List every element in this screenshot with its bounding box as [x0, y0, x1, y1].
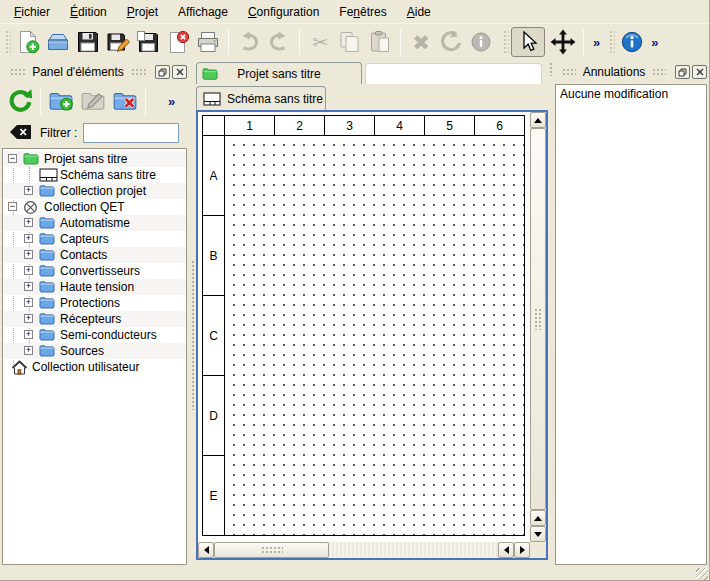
tree-item-projet-sans-titre[interactable]: −Projet sans titre [3, 151, 186, 167]
tree-item-haute-tension[interactable]: +Haute tension [3, 279, 186, 295]
horizontal-scrollbar-thumb[interactable] [214, 542, 329, 558]
tree-item-label: Automatisme [60, 215, 130, 231]
print-button[interactable] [193, 27, 223, 57]
dock-close-button[interactable] [692, 65, 707, 79]
undo-dock-titlebar[interactable]: Annulations [552, 62, 710, 82]
scroll-left-button-2[interactable] [498, 542, 514, 558]
toolbar-overflow-button[interactable]: » [589, 35, 604, 50]
scroll-down-button[interactable] [530, 526, 546, 542]
toolbar-drag-handle[interactable] [4, 29, 11, 55]
rotate-button[interactable] [436, 27, 466, 57]
clear-filter-button[interactable] [8, 124, 32, 142]
expand-expander[interactable]: + [24, 186, 33, 195]
filter-input[interactable] [83, 123, 179, 143]
menu-fichier[interactable]: Fichier [4, 2, 60, 22]
scroll-up-button[interactable] [530, 112, 546, 128]
expand-expander[interactable]: + [24, 282, 33, 291]
toolbar-overflow-button[interactable]: » [647, 35, 662, 50]
project-tabbar: Projet sans titre [196, 60, 548, 84]
dock-float-button[interactable] [155, 65, 170, 79]
save-all-icon [136, 30, 160, 54]
elements-panel-titlebar[interactable]: Panel d'éléments [0, 62, 190, 82]
move-tool-button[interactable] [548, 27, 578, 57]
expand-expander[interactable]: + [24, 218, 33, 227]
tree-item-protections[interactable]: +Protections [3, 295, 186, 311]
tree-item-collection-projet[interactable]: +Collection projet [3, 183, 186, 199]
scrollbar-corner [530, 542, 546, 558]
tree-item-collection-qet[interactable]: −Collection QET [3, 199, 186, 215]
vertical-scrollbar-thumb[interactable] [530, 128, 546, 510]
undo-button[interactable] [234, 27, 264, 57]
tree-item-recepteurs[interactable]: +Récepteurs [3, 311, 186, 327]
element-info-button[interactable] [466, 27, 496, 57]
tree-item-collection-utilisateur[interactable]: Collection utilisateur [3, 359, 186, 375]
tree-item-semi-conducteurs[interactable]: +Semi-conducteurs [3, 327, 186, 343]
tree-item-contacts[interactable]: +Contacts [3, 247, 186, 263]
resize-grip-icon[interactable] [696, 568, 708, 580]
cut-button[interactable]: ✂ [305, 27, 335, 57]
vertical-scrollbar[interactable] [530, 112, 546, 542]
toolbar-drag-handle[interactable] [502, 29, 509, 55]
dock-close-button[interactable] [172, 65, 187, 79]
dock-float-button[interactable] [675, 65, 690, 79]
save-as-button[interactable] [103, 27, 133, 57]
toolbar-drag-handle[interactable] [608, 29, 615, 55]
expand-expander[interactable]: + [24, 250, 33, 259]
elements-panel-title: Panel d'éléments [32, 65, 124, 79]
redo-button[interactable] [264, 27, 294, 57]
folder-add-icon [48, 87, 74, 116]
toolbar-separator [145, 87, 146, 115]
collections-toolbar-overflow-button[interactable]: » [164, 94, 179, 109]
schema-canvas[interactable]: 123456ABCDE [196, 110, 548, 560]
edit-category-button[interactable] [77, 85, 109, 117]
save-all-button[interactable] [133, 27, 163, 57]
close-file-button[interactable] [163, 27, 193, 57]
new-category-button[interactable] [45, 85, 77, 117]
grid-row-label: A [202, 135, 225, 216]
scroll-left-button[interactable] [198, 542, 214, 558]
menu-configuration[interactable]: Configuration [238, 2, 329, 22]
tree-item-automatisme[interactable]: +Automatisme [3, 215, 186, 231]
tab-schema[interactable]: Schéma sans titre [196, 86, 326, 110]
expand-expander[interactable]: + [24, 314, 33, 323]
scroll-right-button[interactable] [514, 542, 530, 558]
tree-item-schema-sans-titre[interactable]: Schéma sans titre [3, 167, 186, 183]
delete-category-button[interactable] [109, 85, 141, 117]
reload-collections-button[interactable] [4, 85, 36, 117]
menu-aide[interactable]: Aide [397, 2, 441, 22]
status-bar [0, 567, 709, 581]
expand-expander[interactable]: + [24, 234, 33, 243]
tree-item-sources[interactable]: +Sources [3, 343, 186, 359]
tree-item-label: Projet sans titre [44, 151, 127, 167]
grid-column-header: 1 [224, 115, 275, 136]
expand-expander[interactable]: + [24, 346, 33, 355]
arrow-down-icon [534, 532, 542, 537]
paste-button[interactable] [365, 27, 395, 57]
diagram-info-button[interactable] [617, 27, 647, 57]
cursor-arrow-icon [516, 30, 540, 54]
expand-expander[interactable]: + [24, 266, 33, 275]
collapse-expander[interactable]: − [8, 202, 17, 211]
tab-project[interactable]: Projet sans titre [196, 62, 362, 84]
delete-button[interactable]: ✖ [406, 27, 436, 57]
menu-projet[interactable]: Projet [117, 2, 168, 22]
copy-button[interactable] [335, 27, 365, 57]
expand-expander[interactable]: + [24, 298, 33, 307]
collapse-expander[interactable]: − [8, 154, 17, 163]
menu-fenetres[interactable]: Fenêtres [329, 2, 396, 22]
elements-tree[interactable]: −Projet sans titreSchéma sans titre+Coll… [2, 148, 187, 565]
select-tool-button[interactable] [511, 27, 545, 57]
expand-expander[interactable]: + [24, 330, 33, 339]
open-project-button[interactable] [43, 27, 73, 57]
tree-item-capteurs[interactable]: +Capteurs [3, 231, 186, 247]
undo-history-list[interactable]: Aucune modification [555, 84, 707, 565]
tree-item-convertisseurs[interactable]: +Convertisseurs [3, 263, 186, 279]
horizontal-scrollbar[interactable] [198, 542, 530, 558]
qelectrotech-window: FichierÉditionProjetAffichageConfigurati… [0, 0, 710, 581]
save-button[interactable] [73, 27, 103, 57]
menu-edition[interactable]: Édition [60, 2, 117, 22]
menu-affichage[interactable]: Affichage [168, 2, 238, 22]
scroll-up-button-2[interactable] [530, 510, 546, 526]
diagram-dot-grid[interactable] [224, 135, 525, 536]
new-project-button[interactable] [13, 27, 43, 57]
